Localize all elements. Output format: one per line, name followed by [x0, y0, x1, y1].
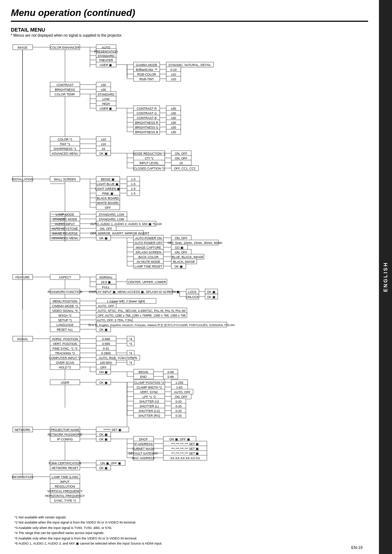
side-language-label: ENGLISH	[379, 0, 392, 554]
svg-text:INPUT: INPUT	[60, 480, 70, 484]
svg-text:VERTICAL FREQUENCY: VERTICAL FREQUENCY	[48, 489, 83, 493]
menu-diagram: IMAGE COLOR ENHANCER AUTO PRESENTATION S…	[11, 41, 368, 513]
svg-text:RGB-TINT: RGB-TINT	[139, 77, 154, 81]
footnote-4: *4 The range that can be specified varie…	[15, 530, 368, 535]
svg-text:*4: *4	[129, 351, 132, 355]
svg-text:SYNC. TYPE *2: SYNC. TYPE *2	[54, 499, 76, 502]
svg-text:CONTRAST: CONTRAST	[57, 83, 74, 87]
svg-text:0-20: 0-20	[175, 400, 181, 403]
svg-text:*4: *4	[129, 337, 132, 341]
svg-text:WALL SCREEN: WALL SCREEN	[54, 178, 76, 181]
svg-text:WHITE BOARD: WHITE BOARD	[97, 201, 119, 205]
svg-text:BRIGHTNESS B: BRIGHTNESS B	[135, 130, 158, 134]
svg-text:LIGHT BLUE ▣: LIGHT BLUE ▣	[97, 182, 119, 186]
svg-text:MENU POSITION: MENU POSITION	[53, 300, 77, 303]
svg-text:NOISE REDUCTION *1: NOISE REDUCTION *1	[133, 152, 166, 155]
svg-text:SHUTTER (L): SHUTTER (L)	[140, 404, 159, 408]
svg-text:RESET ALL: RESET ALL	[57, 328, 73, 331]
svg-text:SHUTTER (RS): SHUTTER (RS)	[138, 414, 160, 417]
svg-text:XX-XX-XX-XX-XX-XX: XX-XX-XX-XX-XX-XX	[170, 456, 200, 460]
svg-text:INPUT LEVEL: INPUT LEVEL	[139, 161, 159, 165]
svg-text:1-5: 1-5	[131, 187, 136, 191]
svg-text:±10: ±10	[101, 138, 106, 141]
svg-text:AUTO, OFF: AUTO, OFF	[174, 390, 190, 394]
footnote-1: *1 Not available with certain signals	[15, 515, 368, 520]
svg-text:AUTO, RGB, YCbCr/YPbPb: AUTO, RGB, YCbCr/YPbPb	[99, 356, 137, 360]
svg-text:±30: ±30	[101, 83, 106, 87]
svg-text:LAMP TIME RESET: LAMP TIME RESET	[135, 265, 162, 268]
svg-text:1-5: 1-5	[131, 192, 136, 195]
svg-text:END: END	[140, 375, 147, 379]
svg-text:AUTO, OFF, 3.75%, 7.5%: AUTO, OFF, 3.75%, 7.5%	[97, 318, 132, 322]
footnotes: *1 Not available with certain signals *2…	[15, 515, 368, 546]
svg-text:TRACKING *2: TRACKING *2	[55, 351, 75, 355]
svg-text:OK ▣: OK ▣	[99, 236, 108, 240]
svg-text:DYNAMIC, NATURAL, DETAIL: DYNAMIC, NATURAL, DETAIL	[169, 63, 211, 67]
svg-text:TINT *1: TINT *1	[60, 142, 70, 146]
svg-text:CONTRAST G: CONTRAST G	[136, 111, 157, 115]
svg-text:OFF, MIRROR, INVERT, MIRROR IN: OFF, MIRROR, INVERT, MIRROR INVERT	[90, 232, 150, 235]
svg-text:PRESENTATION: PRESENTATION	[94, 50, 118, 53]
page-title: Menu operation (continued)	[11, 7, 368, 22]
svg-text:SHUTTER (LS): SHUTTER (LS)	[139, 409, 160, 413]
svg-text:±5: ±5	[179, 161, 183, 165]
svg-text:BrilliantColor ™: BrilliantColor ™	[136, 68, 157, 72]
svg-text:CLOSED CAPTION *1: CLOSED CAPTION *1	[134, 167, 165, 170]
svg-text:0-20: 0-20	[175, 404, 181, 408]
svg-text:LIGHT GREEN ▣: LIGHT GREEN ▣	[95, 187, 121, 191]
svg-text:ON ▣, OFF ▣: ON ▣, OFF ▣	[100, 461, 121, 465]
svg-text:PJlink CERTIFICATION: PJlink CERTIFICATION	[49, 461, 81, 465]
svg-text:USER ▣: USER ▣	[100, 107, 113, 110]
svg-text:PROJECTOR NAME: PROJECTOR NAME	[50, 428, 79, 432]
svg-text:OFF: OFF	[105, 206, 111, 209]
svg-text:UNLOCK: UNLOCK	[186, 295, 199, 299]
svg-text:BACK COLOR: BACK COLOR	[138, 255, 159, 259]
svg-text:VERT. SYNC: VERT. SYNC	[140, 390, 158, 394]
svg-text:BRIGHTNESS G: BRIGHTNESS G	[135, 126, 158, 129]
svg-text:CONTRAST R: CONTRAST R	[136, 107, 156, 110]
svg-text:0-31: 0-31	[103, 347, 109, 350]
svg-text:SETUP *1: SETUP *1	[58, 318, 72, 322]
svg-text:PINK ▣: PINK ▣	[102, 192, 113, 195]
svg-text:±10: ±10	[171, 73, 176, 76]
svg-text:***.***.***.*** SET ▣: ***.***.***.*** SET ▣	[171, 442, 199, 446]
svg-text:WXGA *2: WXGA *2	[58, 314, 72, 317]
svg-text:AUTO, OFF: AUTO, OFF	[98, 304, 114, 308]
svg-text:GO ▣: GO ▣	[175, 246, 184, 249]
svg-text:IMAGE: IMAGE	[17, 46, 28, 49]
svg-text:0-999: 0-999	[102, 342, 110, 346]
svg-text:1 (upper left), 2 (lower right: 1 (upper left), 2 (lower right)	[107, 300, 145, 303]
svg-text:±30: ±30	[171, 126, 176, 129]
svg-text:OFF, AUTO, 1280 x 768, 1280 x : OFF, AUTO, 1280 x 768, 1280 x 768RB, 136…	[98, 314, 186, 317]
svg-text:SUBNET MASK: SUBNET MASK	[132, 447, 155, 451]
svg-text:CENTER, UPPER, LOWER: CENTER, UPPER, LOWER	[128, 280, 166, 284]
svg-text:COLOR *1: COLOR *1	[58, 138, 73, 141]
svg-text:AUTO, AUDIO 1, AUDIO 2, AUDIO : AUTO, AUDIO 1, AUDIO 2, AUDIO 3, MIX ▣ *…	[90, 222, 162, 226]
svg-text:OK ▣: OK ▣	[99, 437, 108, 441]
svg-text:BLACK BOARD: BLACK BOARD	[97, 196, 119, 200]
svg-text:*4: *4	[129, 342, 132, 346]
svg-text:COLOR TEMP.: COLOR TEMP.	[54, 93, 75, 96]
svg-text:0-20: 0-20	[175, 409, 181, 413]
svg-text:0-99: 0-99	[167, 370, 173, 374]
svg-text:FINE SYNC. *1 *2: FINE SYNC. *1 *2	[53, 347, 78, 350]
svg-text:HIGH: HIGH	[102, 102, 110, 106]
svg-text:日-4-日, English, Español, Deuts: 日-4-日, English, Español, Deutsch, França…	[88, 323, 235, 327]
svg-text:SPLASH SCREEN: SPLASH SCREEN	[135, 250, 161, 254]
svg-text:±30: ±30	[101, 88, 106, 91]
svg-text:100-90%: 100-90%	[100, 361, 112, 364]
svg-text:STANDARD, LOW: STANDARD, LOW	[99, 213, 124, 216]
svg-text:MAC ADDRESS: MAC ADDRESS	[132, 456, 155, 460]
svg-text:LANGUAGE: LANGUAGE	[56, 323, 74, 327]
svg-text:LPF *1 *2: LPF *1 *2	[143, 395, 156, 399]
svg-text:RESOLUTION: RESOLUTION	[55, 485, 75, 488]
svg-text:BRIGHTNESS R: BRIGHTNESS R	[135, 121, 158, 125]
svg-text:IP CONFIG: IP CONFIG	[57, 437, 73, 441]
svg-text:DEFAULT GATEWAY: DEFAULT GATEWAY	[129, 452, 158, 455]
svg-text:±30: ±30	[171, 121, 176, 125]
svg-text:VERT. POSITION: VERT. POSITION	[53, 342, 77, 346]
svg-text:IMAGE CAPTURE: IMAGE CAPTURE	[136, 246, 162, 249]
svg-text:0-10: 0-10	[170, 68, 176, 72]
svg-text:HOLD *2: HOLD *2	[59, 366, 71, 369]
svg-text:0-20: 0-20	[175, 414, 181, 417]
